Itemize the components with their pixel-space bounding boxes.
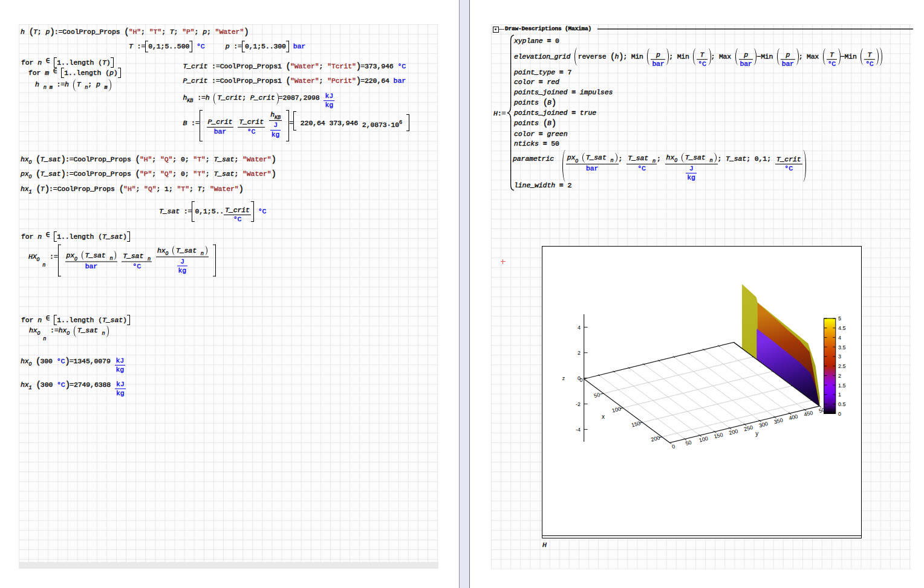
svg-text:-4: -4 [576, 427, 581, 433]
svg-text:4: 4 [838, 335, 841, 341]
svg-text:z: z [562, 375, 565, 381]
svg-text:y: y [755, 430, 758, 437]
svg-text:x: x [602, 413, 605, 420]
svg-text:1.5: 1.5 [838, 383, 846, 389]
svg-text:0.5: 0.5 [838, 401, 846, 407]
svg-text:2: 2 [838, 373, 841, 379]
svg-text:4.5: 4.5 [838, 325, 846, 331]
svg-text:3: 3 [838, 354, 841, 360]
svg-text:0: 0 [579, 377, 582, 383]
svg-text:5: 5 [838, 315, 841, 321]
svg-text:3.5: 3.5 [838, 344, 846, 351]
svg-text:2.5: 2.5 [838, 363, 846, 369]
svg-text:2: 2 [578, 350, 581, 356]
svg-text:4: 4 [578, 325, 581, 331]
svg-text:-2: -2 [576, 401, 581, 407]
svg-text:1: 1 [838, 392, 841, 398]
svg-text:0: 0 [838, 411, 841, 417]
